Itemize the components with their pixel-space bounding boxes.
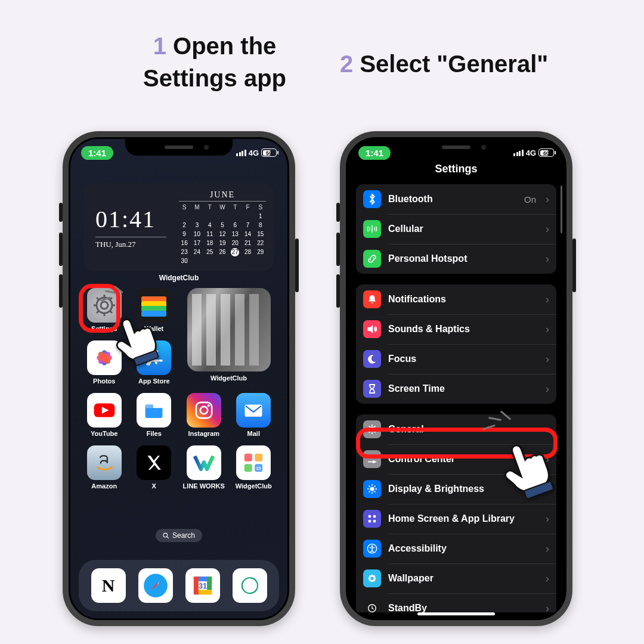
widget-label: WidgetClub (70, 274, 287, 282)
svg-rect-35 (244, 454, 252, 462)
row-accessibility[interactable]: Accessibility › (356, 534, 556, 564)
chevron-right-icon: › (546, 513, 549, 525)
accessibility-icon (363, 540, 381, 558)
speaker-icon (363, 320, 381, 338)
dock-app-notion[interactable]: N (91, 568, 126, 603)
settings-title: Settings (348, 163, 565, 175)
row-wallpaper[interactable]: Wallpaper › (356, 564, 556, 593)
row-home-screen[interactable]: Home Screen & App Library › (356, 504, 556, 534)
row-sounds[interactable]: Sounds & Haptics › (356, 314, 556, 344)
youtube-icon (87, 393, 122, 428)
dock-app-google-calendar[interactable]: 31 (185, 568, 220, 603)
settings-list[interactable]: Bluetooth On › Cellular › Personal Hotsp… (356, 184, 556, 612)
svg-rect-76 (369, 515, 371, 518)
svg-rect-78 (369, 520, 371, 522)
svg-point-66 (372, 460, 374, 463)
row-screentime[interactable]: Screen Time › (356, 374, 556, 404)
widget-month: JUNE (179, 190, 266, 200)
app-appstore[interactable]: App Store (132, 340, 177, 385)
calendar-widget[interactable]: 01:41 THU, Jun.27 JUNE SMTWTFS1234567891… (83, 183, 274, 271)
bell-icon (363, 290, 381, 308)
svg-line-6 (97, 298, 99, 300)
app-settings[interactable]: Settings (82, 288, 126, 332)
hourglass-icon (363, 380, 381, 398)
app-photos[interactable]: Photos (82, 340, 126, 385)
step-1-number: 1 (153, 33, 166, 59)
svg-point-32 (207, 404, 209, 407)
svg-rect-30 (196, 402, 212, 418)
volume-up-button (336, 233, 340, 266)
app-lineworks[interactable]: LINE WORKS (182, 445, 226, 490)
home-app-grid: Settings Wallet WidgetClub Photos (82, 288, 275, 490)
svg-line-72 (369, 486, 370, 487)
chevron-right-icon: › (546, 323, 549, 336)
gear-icon (87, 288, 122, 323)
power-button (295, 239, 299, 292)
dock-app-safari[interactable] (138, 568, 173, 603)
svg-line-26 (147, 363, 148, 364)
chevron-right-icon: › (546, 223, 549, 236)
row-hotspot[interactable]: Personal Hotspot › (356, 244, 556, 274)
amazon-icon (87, 445, 122, 480)
signal-icon (236, 150, 246, 156)
svg-point-40 (163, 533, 168, 537)
app-instagram[interactable]: Instagram (182, 393, 226, 437)
moon-icon (363, 350, 381, 368)
svg-point-1 (101, 302, 108, 309)
phone-mockup-home: 1:41 4G 59 01:41 THU, Jun.27 JUNE SMTWTF… (63, 131, 295, 626)
dock-app-chatgpt[interactable] (233, 568, 267, 603)
photo-widget-image (187, 288, 271, 371)
row-display[interactable]: Display & Brightness › (356, 474, 556, 504)
row-standby[interactable]: StandBy › (356, 593, 556, 612)
mail-icon (236, 393, 271, 428)
svg-rect-33 (245, 405, 262, 417)
svg-point-86 (369, 575, 371, 578)
svg-line-7 (110, 311, 112, 313)
files-icon (137, 393, 171, 428)
chevron-right-icon: › (546, 483, 549, 496)
app-x[interactable]: X (132, 445, 177, 490)
x-icon (137, 445, 171, 480)
scroll-indicator[interactable] (561, 185, 562, 233)
photos-icon (87, 340, 122, 375)
home-search[interactable]: Search (156, 529, 202, 542)
home-indicator[interactable] (417, 612, 495, 615)
app-widgetclub[interactable]: 15 WidgetClub (232, 445, 276, 490)
svg-rect-29 (145, 404, 154, 408)
widget-time: 01:41 (95, 205, 179, 233)
chevron-right-icon: › (546, 353, 549, 366)
link-icon (363, 250, 381, 268)
row-bluetooth[interactable]: Bluetooth On › (356, 184, 556, 214)
svg-rect-13 (141, 311, 166, 317)
clock-icon (363, 599, 381, 612)
step-2-heading: 2 Select "General" (340, 48, 596, 80)
photo-widget[interactable]: WidgetClub (182, 288, 275, 385)
svg-line-9 (97, 311, 99, 313)
chevron-right-icon: › (546, 193, 549, 206)
svg-rect-37 (244, 464, 252, 472)
bluetooth-icon (363, 190, 381, 208)
app-wallet[interactable]: Wallet (132, 288, 177, 332)
status-time-pill[interactable]: 1:41 (358, 146, 391, 160)
svg-point-87 (373, 575, 375, 578)
row-cellular[interactable]: Cellular › (356, 214, 556, 244)
row-focus[interactable]: Focus › (356, 344, 556, 374)
grid-icon (363, 510, 381, 528)
chevron-right-icon: › (546, 572, 549, 585)
status-time-pill[interactable]: 1:41 (81, 146, 113, 160)
chevron-right-icon: › (546, 293, 549, 306)
app-youtube[interactable]: YouTube (82, 393, 126, 437)
app-mail[interactable]: Mail (232, 393, 276, 437)
phone-mockup-settings: 1:41 4G 60 Settings Bluetooth On › Cellu… (340, 131, 572, 626)
svg-point-89 (373, 579, 375, 581)
lineworks-icon (187, 445, 221, 480)
step-1-heading: 1 Open the Settings app (110, 30, 319, 94)
chevron-right-icon: › (546, 602, 549, 613)
mute-switch (336, 203, 340, 222)
app-files[interactable]: Files (132, 393, 177, 437)
notch (125, 139, 233, 156)
row-notifications[interactable]: Notifications › (356, 284, 556, 314)
signal-icon (513, 150, 524, 156)
svg-line-41 (167, 537, 169, 538)
app-amazon[interactable]: Amazon (82, 445, 126, 490)
